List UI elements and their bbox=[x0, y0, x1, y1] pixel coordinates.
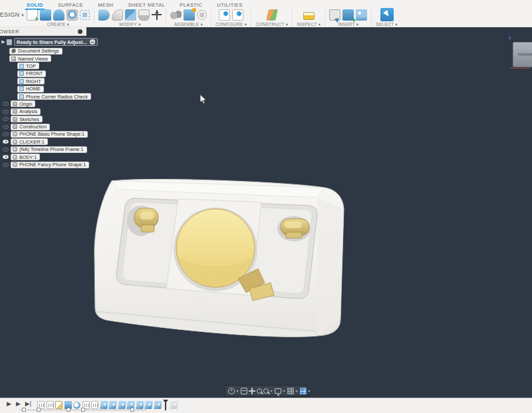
browser-item-na-timeline-phone-frame-1[interactable]: (NA) Timeline Phone Frame:1 bbox=[0, 146, 100, 153]
extrude-icon[interactable] bbox=[40, 9, 51, 21]
timeline-group-feature-icon[interactable] bbox=[47, 401, 54, 409]
visibility-eye-icon[interactable] bbox=[3, 132, 9, 136]
timeline-feature-feature-icon[interactable] bbox=[154, 401, 162, 409]
browser-item-named-views[interactable]: Named Views bbox=[0, 55, 100, 62]
visibility-eye-icon[interactable] bbox=[3, 125, 9, 129]
create-sketch-icon[interactable] bbox=[27, 9, 38, 21]
zoom-icon[interactable] bbox=[257, 388, 262, 394]
select-icon[interactable] bbox=[380, 8, 394, 21]
joint-icon[interactable] bbox=[170, 9, 182, 21]
insert-mesh-icon[interactable] bbox=[342, 9, 354, 21]
browser-item-origin[interactable]: Origin bbox=[0, 100, 100, 108]
design-workspace-dropdown[interactable]: DESIGN ▾ bbox=[0, 11, 24, 18]
display-settings-icon[interactable] bbox=[275, 388, 281, 394]
browser-item-construction[interactable]: Construction bbox=[0, 123, 100, 130]
timeline-group-feature-icon[interactable] bbox=[91, 401, 98, 409]
browser-item-phone-corner-radius-check[interactable]: Phone Corner Radius Check bbox=[0, 92, 100, 100]
timeline-group-marker[interactable] bbox=[81, 408, 85, 412]
combine-icon[interactable] bbox=[125, 9, 136, 21]
browser-item-body-1[interactable]: BODY:1 bbox=[0, 153, 100, 160]
timeline-group-marker[interactable] bbox=[22, 408, 26, 412]
timeline-form-feature-icon[interactable] bbox=[73, 402, 80, 409]
browser-root-row[interactable]: ▶ Ready to Share Fully Adjust... bbox=[0, 38, 100, 46]
timeline-group-marker[interactable] bbox=[37, 408, 41, 412]
browser-item-top[interactable]: TOP bbox=[0, 63, 100, 70]
viewports-icon[interactable] bbox=[300, 388, 307, 394]
phone-stand-model[interactable] bbox=[93, 168, 346, 354]
expand-arrow-icon[interactable]: ▶ bbox=[0, 39, 7, 45]
visibility-eye-icon[interactable] bbox=[3, 148, 9, 152]
chevron-down-icon[interactable] bbox=[236, 390, 239, 394]
group-label[interactable]: ASSEMBLE ▾ bbox=[174, 22, 203, 27]
cylinder-icon[interactable] bbox=[66, 9, 78, 21]
browser-item-analysis[interactable]: Analysis bbox=[0, 108, 100, 115]
step-forward-button[interactable]: ▶ bbox=[16, 400, 21, 408]
group-label[interactable]: CONFIGURE ▾ bbox=[215, 22, 247, 27]
browser-item-label: RIGHT bbox=[26, 78, 41, 84]
group-label[interactable]: CONSTRUCT ▾ bbox=[255, 22, 288, 27]
visibility-eye-icon[interactable] bbox=[3, 117, 9, 121]
construction-plane-icon[interactable] bbox=[266, 9, 278, 21]
timeline-scrub-track[interactable] bbox=[20, 410, 146, 410]
visibility-eye-icon[interactable] bbox=[3, 155, 9, 159]
zoom-window-icon[interactable] bbox=[263, 388, 269, 394]
measure-icon[interactable] bbox=[303, 12, 315, 20]
timeline-feature-feature-icon[interactable] bbox=[100, 401, 108, 409]
timeline-group-marker[interactable] bbox=[66, 408, 70, 412]
pan-icon[interactable] bbox=[249, 388, 255, 394]
move-icon[interactable] bbox=[152, 10, 162, 20]
configuration-table-icon[interactable] bbox=[232, 9, 243, 21]
top-toolbar: DESIGN ▾ SOLIDSURFACEMESHSHEET METALPLAS… bbox=[0, 0, 532, 27]
document-menu-icon[interactable] bbox=[90, 39, 95, 45]
browser-item-phone-fancy-phone-shape-1[interactable]: PHONE Fancy Phone Shape:1 bbox=[0, 161, 100, 168]
browser-item-clicker-1[interactable]: CLICKER:1 bbox=[0, 138, 100, 146]
browser-item-label: Analysis bbox=[19, 108, 37, 114]
joint-origin-icon[interactable] bbox=[197, 10, 207, 20]
timeline-group-marker[interactable] bbox=[130, 408, 134, 412]
configuration-icon[interactable] bbox=[219, 9, 230, 21]
grid-settings-icon[interactable] bbox=[287, 388, 294, 394]
bounding-box-icon[interactable] bbox=[80, 10, 90, 20]
view-cube[interactable]: z FRONT bbox=[510, 37, 532, 67]
browser-item-front[interactable]: FRONT bbox=[0, 70, 100, 77]
visibility-eye-icon[interactable] bbox=[3, 110, 9, 114]
timeline-feature-feature-icon[interactable] bbox=[144, 401, 153, 409]
group-label[interactable]: MODIFY ▾ bbox=[119, 22, 141, 27]
visibility-eye-icon[interactable] bbox=[3, 102, 9, 106]
press-pull-icon[interactable] bbox=[98, 9, 110, 21]
browser-item-document-settings[interactable]: Document Settings bbox=[0, 47, 100, 55]
group-label[interactable]: INSPECT ▾ bbox=[297, 22, 321, 27]
browser-header[interactable]: BROWSER bbox=[0, 27, 86, 36]
3d-viewport[interactable]: BROWSER ▶ Ready to Share Fully Adjust...… bbox=[0, 27, 532, 398]
browser-item-right[interactable]: RIGHT bbox=[0, 78, 100, 85]
loft-icon[interactable] bbox=[53, 9, 65, 21]
browser-options-icon[interactable] bbox=[78, 29, 82, 34]
look-at-icon[interactable] bbox=[241, 388, 247, 394]
timeline-feature-feature-icon[interactable] bbox=[118, 401, 126, 409]
orbit-icon[interactable] bbox=[228, 388, 235, 394]
visibility-eye-icon[interactable] bbox=[3, 140, 9, 144]
play-button[interactable]: ▶ bbox=[7, 400, 11, 408]
group-label[interactable]: CREATE ▾ bbox=[47, 22, 69, 27]
visibility-eye-icon[interactable] bbox=[3, 163, 9, 167]
chevron-down-icon[interactable] bbox=[308, 390, 311, 394]
shell-icon[interactable] bbox=[138, 9, 150, 21]
browser-item-phone-basic-phone-shape-1[interactable]: PHONE Basic Phone Shape:1 bbox=[0, 130, 100, 138]
new-component-icon[interactable] bbox=[184, 9, 195, 21]
fillet-icon[interactable] bbox=[112, 9, 123, 21]
timeline-feature-dim-feature-icon[interactable] bbox=[170, 401, 178, 409]
chevron-down-icon[interactable] bbox=[283, 390, 285, 394]
decal-icon[interactable] bbox=[329, 9, 340, 21]
canvas-icon[interactable] bbox=[356, 9, 367, 21]
chevron-down-icon[interactable] bbox=[295, 390, 298, 394]
timeline-feature-feature-icon[interactable] bbox=[136, 401, 144, 409]
timeline-feature-feature-icon[interactable] bbox=[108, 401, 117, 409]
timeline-playhead[interactable] bbox=[163, 400, 168, 410]
browser-item-sketches[interactable]: Sketches bbox=[0, 116, 100, 123]
timeline-sketch-feature-icon[interactable] bbox=[55, 401, 63, 409]
go-to-end-button[interactable]: ▶| bbox=[25, 400, 31, 408]
view-cube-front-face[interactable]: FRONT bbox=[513, 42, 532, 67]
browser-item-home[interactable]: HOME bbox=[0, 85, 100, 92]
group-label[interactable]: SELECT ▾ bbox=[376, 22, 398, 27]
chevron-down-icon[interactable] bbox=[270, 390, 273, 394]
